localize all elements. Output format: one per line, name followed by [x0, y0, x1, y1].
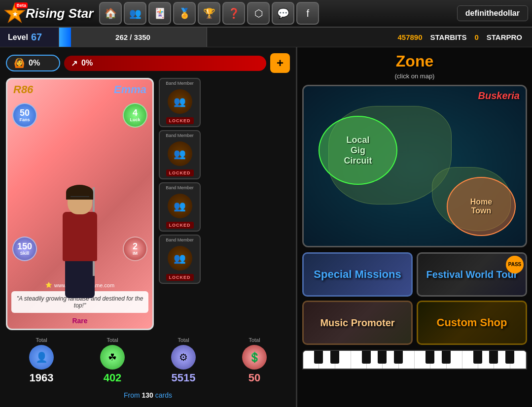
trophy-icon[interactable]: 🏆 — [198, 2, 220, 25]
starbits-label: STARBITS — [430, 33, 467, 41]
total-skill: Total ⚙ 5515 — [171, 337, 196, 384]
total-luck-icon: ☘ — [100, 345, 125, 370]
level-number: 67 — [31, 32, 42, 43]
total-luck-label: Total — [106, 337, 118, 343]
main-content: 🙆 0% ↗ 0% + R86 Emma 50 F — [0, 47, 532, 407]
cards-icon[interactable]: 🃏 — [148, 2, 171, 25]
level-bar: Level 67 262 / 3350 457890 STARBITS 0 ST… — [0, 28, 532, 47]
xp-bar: 262 / 3350 — [59, 28, 207, 47]
band-slot-2[interactable]: Band Member 👥 LOCKED — [159, 130, 201, 179]
piano-preview — [302, 350, 527, 370]
card-name: Emma — [114, 83, 146, 96]
ego-bar: 🙆 0% — [6, 55, 60, 71]
logo-text: Rising Star — [26, 6, 93, 21]
total-fans: Total 👤 1963 — [29, 337, 54, 384]
hive-icon[interactable]: ⬡ — [247, 2, 270, 25]
piano-key-11 — [462, 351, 478, 369]
from-cards: From 130 cards — [6, 391, 290, 401]
piano-key-1 — [303, 351, 319, 369]
band-slot-4[interactable]: Band Member 👥 LOCKED — [159, 235, 201, 284]
logo: ★ Beta Rising Star — [4, 2, 93, 24]
plus-button[interactable]: + — [270, 53, 290, 73]
people-icon[interactable]: 👥 — [124, 2, 146, 25]
band-slot-4-label: Band Member — [166, 237, 194, 242]
luck-badge: 4 Luck — [123, 103, 147, 128]
festival-pass-badge: PASS — [506, 256, 524, 273]
special-missions-label: Special Missions — [314, 268, 401, 281]
zone-subtitle: (click on map) — [302, 72, 527, 80]
custom-shop-button[interactable]: Custom Shop — [417, 301, 527, 345]
discord-icon[interactable]: 💬 — [272, 2, 294, 25]
nav-icons: 🏠 👥 🃏 🏅 🏆 ❓ ⬡ 💬 f — [99, 2, 457, 25]
total-fans-label: Total — [35, 337, 47, 343]
piano-key-4 — [351, 351, 367, 369]
mission-icon: ↗ — [71, 59, 77, 68]
total-fans-icon: 👤 — [29, 345, 54, 370]
map-container[interactable]: Buskeria LocalGigCircuit HomeTown — [302, 85, 527, 247]
total-luck-value: 402 — [104, 372, 122, 384]
band-slot-3-label: Band Member — [166, 185, 194, 190]
band-slot-1-locked: LOCKED — [166, 117, 194, 124]
zone-title: Zone — [302, 52, 527, 70]
cards-count: 130 — [142, 391, 153, 399]
band-slot-1[interactable]: Band Member 👥 LOCKED — [159, 78, 201, 127]
band-slot-3-locked: LOCKED — [166, 222, 194, 229]
total-skill-label: Total — [177, 337, 189, 343]
right-panel: Zone (click on map) Buskeria LocalGigCir… — [296, 47, 532, 407]
map-zone-hometown[interactable]: HomeTown — [447, 177, 516, 236]
card-rarity-code: R86 — [13, 83, 33, 96]
total-luck: Total ☘ 402 — [100, 337, 125, 384]
festival-world-tour-label: Festival World Tour — [426, 269, 518, 280]
piano-key-8 — [415, 351, 430, 369]
total-im-label: Total — [248, 337, 260, 343]
band-slot-2-locked: LOCKED — [166, 170, 194, 176]
custom-shop-label: Custom Shop — [437, 316, 507, 329]
home-icon[interactable]: 🏠 — [99, 2, 122, 25]
top-navigation: ★ Beta Rising Star 🏠 👥 🃏 🏅 🏆 ❓ ⬡ 💬 f def… — [0, 0, 532, 28]
map-region-label: Buskeria — [478, 90, 520, 102]
special-missions-button[interactable]: Special Missions — [302, 252, 413, 297]
level-label: Level 67 — [0, 28, 59, 47]
starpro-label: STARPRO — [487, 33, 522, 41]
skill-badge: 150 Skill — [12, 237, 37, 261]
music-promoter-button[interactable]: Music Promoter — [302, 301, 413, 345]
beta-badge: Beta — [15, 2, 28, 8]
card-rarity-label: Rare — [7, 315, 152, 329]
festival-world-tour-button[interactable]: Festival World Tour PASS — [417, 252, 527, 297]
totals-row: Total 👤 1963 Total ☘ 402 Total ⚙ 5515 To… — [6, 335, 290, 386]
im-badge: 2 IM — [123, 237, 147, 261]
total-im: Total 💲 50 — [242, 337, 267, 384]
mission-bar: ↗ 0% — [64, 56, 266, 71]
band-slot-1-icon: 👥 — [168, 89, 192, 114]
stats-bars: 🙆 0% ↗ 0% + — [6, 53, 290, 73]
ego-icon: 🙆 — [14, 58, 25, 68]
character-figure — [60, 187, 100, 276]
music-promoter-label: Music Promoter — [320, 317, 394, 329]
band-slot-4-icon: 👥 — [168, 246, 192, 271]
left-panel: 🙆 0% ↗ 0% + R86 Emma 50 F — [0, 47, 296, 407]
currency-area: 457890 STARBITS 0 STARPRO — [207, 33, 532, 41]
total-im-value: 50 — [248, 372, 260, 384]
fans-badge: 50 Fans — [12, 103, 37, 128]
ego-value: 0% — [29, 59, 40, 68]
player-card: R86 Emma 50 Fans 4 Luck 150 Skill — [6, 78, 154, 330]
card-header: R86 Emma — [7, 79, 152, 98]
band-slots: Band Member 👥 LOCKED Band Member 👥 LOCKE… — [159, 78, 201, 330]
band-slot-2-label: Band Member — [166, 133, 194, 138]
map-zone-local-gig[interactable]: LocalGigCircuit — [319, 116, 397, 185]
band-slot-3-icon: 👥 — [168, 194, 192, 218]
total-im-icon: 💲 — [242, 345, 267, 370]
band-slot-3[interactable]: Band Member 👥 LOCKED — [159, 182, 201, 232]
starpro-value: 0 — [474, 33, 478, 41]
card-image: 50 Fans 4 Luck 150 Skill 2 IM — [7, 98, 152, 281]
facebook-icon[interactable]: f — [296, 2, 319, 25]
help-icon[interactable]: ❓ — [222, 2, 245, 25]
band-slot-4-locked: LOCKED — [166, 274, 194, 281]
medal-icon[interactable]: 🏅 — [173, 2, 196, 25]
band-slot-1-label: Band Member — [166, 81, 194, 86]
band-slot-2-icon: 👥 — [168, 141, 192, 166]
logo-star: ★ Beta — [4, 2, 26, 24]
svg-text:★: ★ — [12, 11, 18, 18]
username-display: definithedollar — [457, 5, 528, 21]
mission-grid: Special Missions Festival World Tour PAS… — [302, 252, 527, 345]
